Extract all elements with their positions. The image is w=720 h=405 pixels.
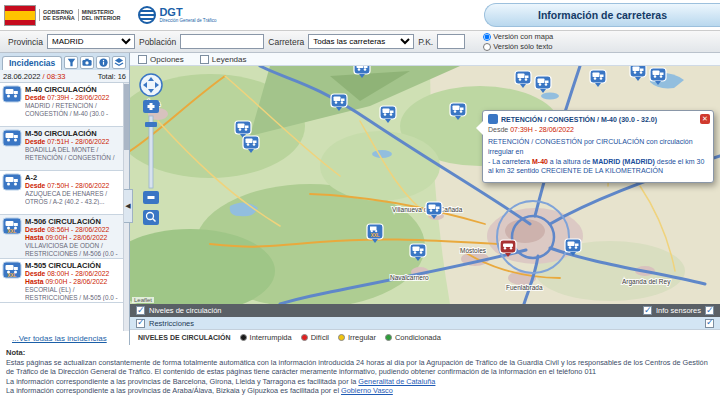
incident-road: A-2	[25, 173, 121, 182]
hasta-value: 09:00H - 28/06/2022	[45, 234, 107, 241]
version-texto-radio[interactable]	[483, 43, 491, 51]
version-mapa-radio[interactable]	[483, 33, 491, 41]
tab-incidencias[interactable]: Incidencias	[2, 56, 62, 70]
pk-input[interactable]	[437, 34, 465, 49]
truck-incident-icon	[2, 129, 22, 151]
info-icon-button[interactable]	[96, 56, 110, 69]
catalunya-note: La información correspondiente a las pro…	[6, 377, 714, 386]
zoom-in-button[interactable]	[143, 100, 159, 113]
niveles-label: Niveles de circulación	[149, 306, 222, 315]
version-radios: Versión con mapa Versión sólo texto	[483, 32, 553, 51]
poblacion-input[interactable]	[180, 34, 264, 49]
opciones-label: Opciones	[150, 55, 184, 64]
hasta-value: 09:00H - 28/06/2022	[45, 278, 107, 285]
opciones-checkbox[interactable]	[138, 55, 147, 64]
generalitat-cataluna-link[interactable]: Generalitat de Cataluña	[358, 377, 435, 386]
svg-text:XXL: XXL	[8, 273, 17, 278]
sidebar-date-row: 28.06.2022 / 08:33 Total: 16	[0, 70, 129, 83]
gobierno-line2: DE ESPAÑA	[43, 15, 75, 21]
layers-icon	[114, 58, 124, 67]
restricciones-checkbox[interactable]	[136, 319, 145, 328]
desde-value: 07:39H - 28/06/2022	[47, 94, 109, 101]
legend-item-interrumpida: Interrumpida	[240, 333, 292, 342]
desde-value: 07:50H - 28/06/2022	[47, 182, 109, 189]
page-footer: Nota: Estas páginas se actualizan consta…	[0, 345, 720, 405]
incident-road: M-50 CIRCULACIÓN	[25, 129, 121, 138]
opciones-toggle[interactable]: Opciones	[138, 55, 184, 64]
gobierno-label: GOBIERNO DE ESPAÑA	[39, 9, 75, 22]
layers-bar-dark: Niveles de circulación Info sensores	[130, 304, 720, 317]
filter-bar: Provincia MADRID Población Carretera Tod…	[0, 30, 720, 53]
incident-description: AZUQUECA DE HENARES / OTROS / A-2 (40.2 …	[25, 190, 121, 205]
sidebar-tabs: Incidencias	[0, 53, 129, 70]
incident-description: BOADILLA DEL MONTE / RETENCIÓN / CONGEST…	[25, 146, 121, 161]
layers-icon-button[interactable]	[112, 56, 126, 69]
restricciones-right-checkbox[interactable]	[705, 319, 714, 328]
popup-close-button[interactable]: ✕	[700, 114, 710, 124]
truck-incident-icon	[2, 85, 22, 107]
gobierno-vasco-link[interactable]: Gobierno Vasco	[341, 386, 393, 395]
desde-label: Desde	[25, 94, 45, 101]
incident-item-2[interactable]: M-50 CIRCULACIÓN Desde 07:51H - 28/06/20…	[0, 127, 129, 171]
legend-item-condicionada: Condicionada	[385, 333, 441, 342]
leyendas-checkbox[interactable]	[200, 55, 209, 64]
incident-total: Total: 16	[98, 72, 126, 81]
info-sensores-checkbox[interactable]	[643, 306, 652, 315]
map-city-label: Arganda del Rey	[622, 278, 671, 286]
view-all-incidents-link[interactable]: ...Ver todas las incidencias	[0, 331, 129, 345]
traffic-map[interactable]: Ávila Villanueva de la Cañada Móstoles F…	[130, 66, 720, 304]
incident-item-1[interactable]: M-40 CIRCULACIÓN Desde 07:39H - 28/06/20…	[0, 83, 129, 127]
incident-item-3[interactable]: A-2 Desde 07:50H - 28/06/2022 AZUQUECA D…	[0, 171, 129, 215]
leyendas-toggle[interactable]: Leyendas	[200, 55, 247, 64]
info-icon	[99, 58, 108, 67]
map-column: Opciones Leyendas	[130, 53, 720, 345]
desde-value: 08:56H - 28/06/2022	[47, 226, 109, 233]
gobierno-espana-logo: GOBIERNO DE ESPAÑA MINISTERIO DEL INTERI…	[4, 5, 120, 26]
carretera-select[interactable]: Todas las carreteras	[308, 34, 414, 49]
sidebar-collapse-button[interactable]: ◀	[124, 189, 133, 223]
zoom-slider-handle[interactable]	[145, 122, 157, 127]
legend-dot-black	[240, 334, 247, 341]
popup-desde-value: 07:39H - 28/06/2022	[510, 126, 574, 133]
truck-restriction-icon: XXL	[2, 217, 22, 239]
niveles-checkbox[interactable]	[136, 306, 145, 315]
extra-layer-checkbox[interactable]	[705, 306, 714, 315]
dgt-subtitle: Dirección General de Tráfico	[159, 18, 216, 23]
map-city-label: Navalcarnero	[390, 274, 429, 281]
zoom-out-button[interactable]	[143, 191, 159, 204]
camera-icon	[82, 58, 92, 67]
legend-dot-green	[385, 334, 392, 341]
incident-description: ESCORIAL (EL) / RESTRICCIONES / M-505 (0…	[25, 286, 121, 301]
truck-restriction-icon: XXL	[2, 261, 22, 283]
map-viewport[interactable]: Ávila Villanueva de la Cañada Móstoles F…	[130, 66, 720, 304]
camera-icon-button[interactable]	[80, 56, 94, 69]
pais-vasco-note: La información correspondiente a las pro…	[6, 386, 714, 395]
desde-value: 07:51H - 28/06/2022	[47, 138, 109, 145]
popup-title: RETENCIÓN / CONGESTIÓN / M-40 (30.0 - 32…	[501, 116, 697, 123]
map-attribution[interactable]: Leaflet	[132, 297, 154, 303]
nota-paragraph: Estas páginas se actualizan constantemen…	[6, 358, 714, 377]
scrollbar-thumb[interactable]	[124, 84, 129, 150]
version-texto-label: Versión sólo texto	[493, 42, 552, 51]
truck-incident-icon	[2, 173, 22, 195]
incident-type-icon	[488, 114, 498, 124]
incident-road: M-506 CIRCULACIÓN	[25, 217, 121, 226]
incident-popup: RETENCIÓN / CONGESTIÓN / M-40 (30.0 - 32…	[482, 110, 714, 183]
incident-item-4[interactable]: XXL M-506 CIRCULACIÓN Desde 08:56H - 28/…	[0, 215, 129, 259]
map-options-strip: Opciones Leyendas	[130, 53, 720, 66]
popup-body-line1: RETENCIÓN / CONGESTIÓN por CIRCULACIÓN c…	[488, 137, 708, 157]
provincia-label: Provincia	[8, 37, 43, 47]
incidents-sidebar: Incidencias 28.06.2022 / 08:33 Total: 16	[0, 53, 130, 345]
desde-label: Desde	[25, 182, 45, 189]
popup-body-line2: - La carretera M-40 a la altura de MADRI…	[488, 157, 708, 177]
provincia-select[interactable]: MADRID	[47, 34, 135, 49]
map-zoom-control[interactable]	[138, 72, 164, 232]
incident-item-5[interactable]: XXL M-505 CIRCULACIÓN Desde 08:00H - 28/…	[0, 259, 129, 303]
ministerio-line2: DEL INTERIOR	[82, 15, 121, 21]
desde-label: Desde	[25, 270, 45, 277]
magnifier-zoom-button[interactable]	[143, 210, 159, 225]
desde-value: 08:00H - 28/06/2022	[47, 270, 109, 277]
page-header: GOBIERNO DE ESPAÑA MINISTERIO DEL INTERI…	[0, 0, 720, 30]
filter-icon-button[interactable]	[64, 56, 78, 69]
legend-item-irregular: Irregular	[338, 333, 376, 342]
